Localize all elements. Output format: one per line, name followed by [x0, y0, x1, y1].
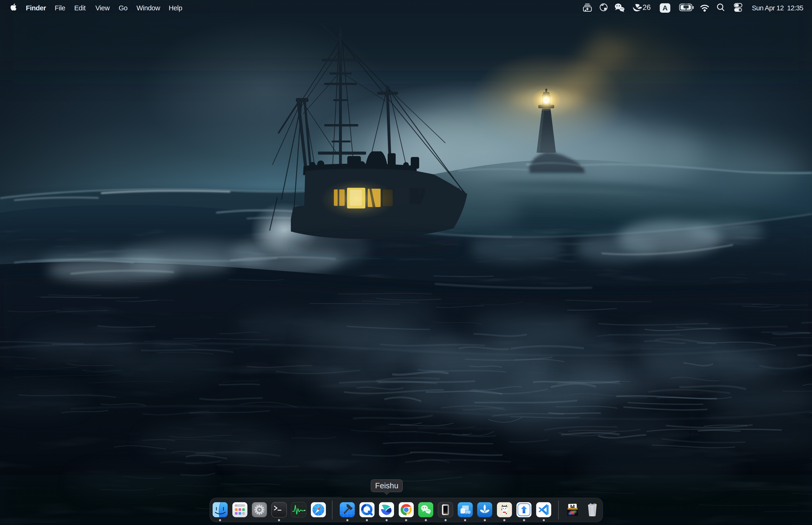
svg-text:A: A [662, 4, 668, 12]
svg-text:26: 26 [643, 3, 650, 12]
